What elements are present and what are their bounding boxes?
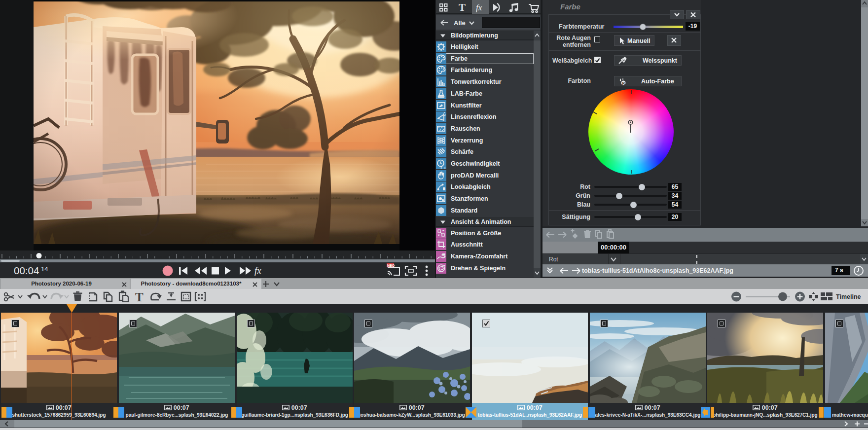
svg-text:T: T xyxy=(459,1,466,13)
svg-text:Timeline: Timeline xyxy=(836,293,861,300)
svg-text:fx: fx xyxy=(476,3,482,12)
svg-text:T: T xyxy=(135,290,144,304)
svg-text:fx: fx xyxy=(254,265,261,276)
svg-text:NEO: NEO xyxy=(387,264,395,267)
svg-text:Alle: Alle xyxy=(454,19,466,27)
svg-text:K: K xyxy=(622,81,626,86)
